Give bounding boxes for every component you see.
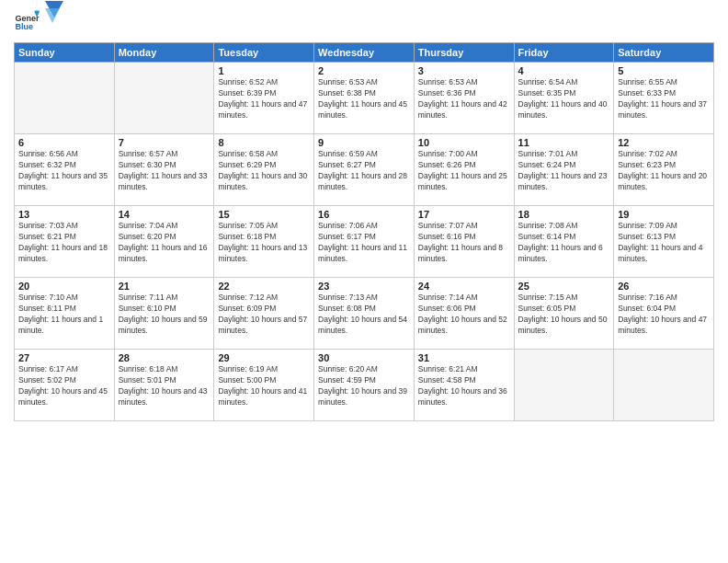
weekday-header-saturday: Saturday (614, 43, 714, 63)
day-info: Sunrise: 6:59 AM Sunset: 6:27 PM Dayligh… (318, 149, 410, 193)
day-info: Sunrise: 6:57 AM Sunset: 6:30 PM Dayligh… (119, 149, 210, 193)
day-number: 25 (518, 281, 610, 292)
weekday-header-tuesday: Tuesday (214, 43, 314, 63)
weekday-header-friday: Friday (514, 43, 614, 63)
svg-text:General: General (15, 14, 40, 23)
day-number: 3 (418, 65, 510, 76)
weekday-header-wednesday: Wednesday (314, 43, 415, 63)
calendar-cell: 20Sunrise: 7:10 AM Sunset: 6:11 PM Dayli… (15, 278, 115, 350)
logo: General Blue (14, 9, 63, 35)
day-number: 12 (618, 137, 710, 148)
day-info: Sunrise: 7:02 AM Sunset: 6:23 PM Dayligh… (618, 149, 710, 193)
day-info: Sunrise: 7:15 AM Sunset: 6:05 PM Dayligh… (518, 293, 610, 337)
day-info: Sunrise: 7:01 AM Sunset: 6:24 PM Dayligh… (518, 149, 610, 193)
day-number: 7 (119, 137, 210, 148)
day-info: Sunrise: 7:16 AM Sunset: 6:04 PM Dayligh… (618, 293, 710, 337)
day-info: Sunrise: 7:00 AM Sunset: 6:26 PM Dayligh… (418, 149, 510, 193)
day-number: 11 (518, 137, 610, 148)
calendar-cell: 12Sunrise: 7:02 AM Sunset: 6:23 PM Dayli… (614, 134, 714, 206)
calendar-cell: 7Sunrise: 6:57 AM Sunset: 6:30 PM Daylig… (114, 134, 214, 206)
day-info: Sunrise: 7:03 AM Sunset: 6:21 PM Dayligh… (18, 221, 110, 265)
day-number: 2 (318, 65, 410, 76)
day-number: 22 (218, 281, 310, 292)
day-info: Sunrise: 6:58 AM Sunset: 6:29 PM Dayligh… (218, 149, 310, 193)
day-info: Sunrise: 6:19 AM Sunset: 5:00 PM Dayligh… (218, 364, 310, 408)
calendar-table: SundayMondayTuesdayWednesdayThursdayFrid… (14, 42, 714, 421)
calendar-cell: 3Sunrise: 6:53 AM Sunset: 6:36 PM Daylig… (414, 63, 514, 134)
day-number: 9 (318, 137, 410, 148)
logo-icon: General Blue (14, 9, 40, 35)
day-info: Sunrise: 6:55 AM Sunset: 6:33 PM Dayligh… (618, 77, 710, 121)
calendar-cell: 25Sunrise: 7:15 AM Sunset: 6:05 PM Dayli… (514, 278, 614, 350)
calendar-week-4: 20Sunrise: 7:10 AM Sunset: 6:11 PM Dayli… (15, 278, 714, 350)
calendar-week-1: 1Sunrise: 6:52 AM Sunset: 6:39 PM Daylig… (15, 63, 714, 134)
day-number: 28 (119, 352, 210, 363)
day-number: 27 (18, 352, 110, 363)
day-info: Sunrise: 7:07 AM Sunset: 6:16 PM Dayligh… (418, 221, 510, 265)
day-number: 16 (318, 209, 410, 220)
calendar-week-2: 6Sunrise: 6:56 AM Sunset: 6:32 PM Daylig… (15, 134, 714, 206)
weekday-header-row: SundayMondayTuesdayWednesdayThursdayFrid… (15, 43, 714, 63)
calendar-cell (114, 63, 214, 134)
day-number: 26 (618, 281, 710, 292)
day-info: Sunrise: 7:06 AM Sunset: 6:17 PM Dayligh… (318, 221, 410, 265)
calendar-cell (614, 350, 714, 421)
day-info: Sunrise: 6:52 AM Sunset: 6:39 PM Dayligh… (218, 77, 310, 121)
calendar-cell: 26Sunrise: 7:16 AM Sunset: 6:04 PM Dayli… (614, 278, 714, 350)
calendar-cell: 6Sunrise: 6:56 AM Sunset: 6:32 PM Daylig… (15, 134, 115, 206)
day-number: 18 (518, 209, 610, 220)
svg-marker-5 (45, 8, 60, 23)
calendar-cell: 19Sunrise: 7:09 AM Sunset: 6:13 PM Dayli… (614, 206, 714, 278)
calendar-cell: 31Sunrise: 6:21 AM Sunset: 4:58 PM Dayli… (414, 350, 514, 421)
calendar-cell: 14Sunrise: 7:04 AM Sunset: 6:20 PM Dayli… (114, 206, 214, 278)
day-info: Sunrise: 7:04 AM Sunset: 6:20 PM Dayligh… (119, 221, 210, 265)
day-number: 4 (518, 65, 610, 76)
calendar-cell: 22Sunrise: 7:12 AM Sunset: 6:09 PM Dayli… (214, 278, 314, 350)
calendar-cell (15, 63, 115, 134)
day-number: 30 (318, 352, 410, 363)
calendar-cell: 21Sunrise: 7:11 AM Sunset: 6:10 PM Dayli… (114, 278, 214, 350)
day-number: 1 (218, 65, 310, 76)
day-info: Sunrise: 7:11 AM Sunset: 6:10 PM Dayligh… (119, 293, 210, 337)
day-info: Sunrise: 6:56 AM Sunset: 6:32 PM Dayligh… (18, 149, 110, 193)
day-number: 13 (18, 209, 110, 220)
weekday-header-sunday: Sunday (15, 43, 115, 63)
calendar-cell: 1Sunrise: 6:52 AM Sunset: 6:39 PM Daylig… (214, 63, 314, 134)
calendar-cell: 23Sunrise: 7:13 AM Sunset: 6:08 PM Dayli… (314, 278, 415, 350)
day-number: 31 (418, 352, 510, 363)
day-number: 6 (18, 137, 110, 148)
weekday-header-thursday: Thursday (414, 43, 514, 63)
calendar-cell: 8Sunrise: 6:58 AM Sunset: 6:29 PM Daylig… (214, 134, 314, 206)
calendar-cell: 11Sunrise: 7:01 AM Sunset: 6:24 PM Dayli… (514, 134, 614, 206)
calendar-cell: 9Sunrise: 6:59 AM Sunset: 6:27 PM Daylig… (314, 134, 415, 206)
calendar-cell: 4Sunrise: 6:54 AM Sunset: 6:35 PM Daylig… (514, 63, 614, 134)
calendar-cell: 2Sunrise: 6:53 AM Sunset: 6:38 PM Daylig… (314, 63, 415, 134)
day-number: 14 (119, 209, 210, 220)
calendar-cell: 15Sunrise: 7:05 AM Sunset: 6:18 PM Dayli… (214, 206, 314, 278)
weekday-header-monday: Monday (114, 43, 214, 63)
calendar-cell: 13Sunrise: 7:03 AM Sunset: 6:21 PM Dayli… (15, 206, 115, 278)
day-number: 17 (418, 209, 510, 220)
svg-text:Blue: Blue (15, 22, 33, 31)
day-info: Sunrise: 6:53 AM Sunset: 6:38 PM Dayligh… (318, 77, 410, 121)
day-info: Sunrise: 7:09 AM Sunset: 6:13 PM Dayligh… (618, 221, 710, 265)
calendar-cell: 28Sunrise: 6:18 AM Sunset: 5:01 PM Dayli… (114, 350, 214, 421)
day-info: Sunrise: 6:21 AM Sunset: 4:58 PM Dayligh… (418, 364, 510, 408)
calendar-cell (514, 350, 614, 421)
calendar-cell: 18Sunrise: 7:08 AM Sunset: 6:14 PM Dayli… (514, 206, 614, 278)
day-number: 19 (618, 209, 710, 220)
calendar-cell: 29Sunrise: 6:19 AM Sunset: 5:00 PM Dayli… (214, 350, 314, 421)
calendar-week-5: 27Sunrise: 6:17 AM Sunset: 5:02 PM Dayli… (15, 350, 714, 421)
logo-arrow-icon (45, 1, 63, 34)
calendar-cell: 24Sunrise: 7:14 AM Sunset: 6:06 PM Dayli… (414, 278, 514, 350)
day-info: Sunrise: 6:17 AM Sunset: 5:02 PM Dayligh… (18, 364, 110, 408)
calendar-cell: 5Sunrise: 6:55 AM Sunset: 6:33 PM Daylig… (614, 63, 714, 134)
day-number: 23 (318, 281, 410, 292)
day-info: Sunrise: 6:53 AM Sunset: 6:36 PM Dayligh… (418, 77, 510, 121)
day-info: Sunrise: 7:14 AM Sunset: 6:06 PM Dayligh… (418, 293, 510, 337)
calendar-cell: 27Sunrise: 6:17 AM Sunset: 5:02 PM Dayli… (15, 350, 115, 421)
day-info: Sunrise: 7:08 AM Sunset: 6:14 PM Dayligh… (518, 221, 610, 265)
header: General Blue (14, 9, 714, 35)
calendar-cell: 17Sunrise: 7:07 AM Sunset: 6:16 PM Dayli… (414, 206, 514, 278)
day-number: 29 (218, 352, 310, 363)
